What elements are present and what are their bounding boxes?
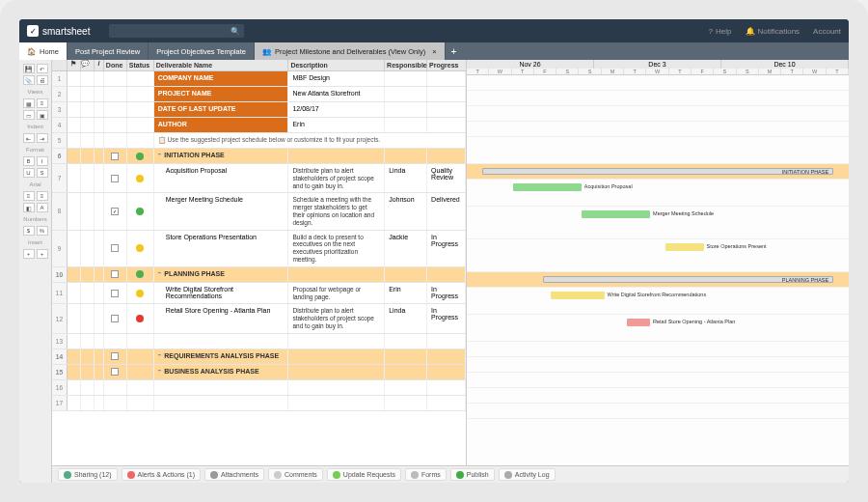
indent-icon[interactable]: ⇥ [37, 133, 48, 143]
fill-icon[interactable]: ◧ [23, 203, 35, 212]
strike-icon[interactable]: S [37, 168, 48, 178]
card-view-icon[interactable]: ▭ [23, 110, 35, 120]
undo-icon[interactable]: ↶ [37, 64, 48, 73]
gantt-bar[interactable]: Merger Meeting Schedule [582, 210, 650, 218]
notifications-link[interactable]: 🔔Notifications [746, 27, 800, 36]
grid-view-icon[interactable]: ▦ [23, 98, 35, 108]
phase-row[interactable]: 10 −PLANNING PHASE [52, 267, 466, 283]
blank-row[interactable]: 16 [52, 380, 466, 396]
sheet-grid[interactable]: ⚑ 💬 i Done Status Deliverable Name Descr… [52, 60, 467, 465]
gantt-week-label: Dec 10 [721, 60, 849, 69]
tab-home[interactable]: 🏠 Home [19, 42, 68, 60]
header-resp[interactable]: Responsible [385, 60, 427, 70]
header-name[interactable]: Deliverable Name [154, 60, 289, 70]
brand-logo[interactable]: ✓ smartsheet [27, 25, 90, 37]
done-checkbox[interactable] [111, 270, 119, 278]
insert-col-icon[interactable]: + [37, 249, 48, 259]
close-icon[interactable]: × [432, 47, 436, 56]
task-row[interactable]: 7 Acquisition Proposal Distribute plan t… [52, 164, 466, 193]
help-link[interactable]: ?Help [709, 27, 732, 36]
header-done[interactable]: Done [104, 60, 127, 70]
gantt-bar[interactable]: Retail Store Opening - Atlanta Plan [627, 319, 650, 326]
done-checkbox[interactable] [111, 175, 119, 182]
meta-row[interactable]: 2 PROJECT NAME New Atlanta Storefront [52, 87, 466, 102]
header-prog[interactable]: Progress [427, 60, 466, 70]
blank-row[interactable]: 13 [52, 334, 466, 349]
task-row[interactable]: 12 Retail Store Opening - Atlanta Plan D… [52, 304, 466, 333]
header-info-icon[interactable]: i [95, 60, 104, 70]
italic-icon[interactable]: I [37, 156, 48, 166]
phase-row[interactable]: 14 −REQUIREMENTS ANALYSIS PHASE [52, 349, 466, 365]
collapse-icon[interactable]: − [158, 152, 162, 157]
header-comment-icon[interactable]: 💬 [81, 60, 95, 70]
row-number: 10 [52, 267, 68, 282]
task-row[interactable]: 8 ✓ Merger Meeting Schedule Schedule a m… [52, 193, 466, 230]
percent-icon[interactable]: % [37, 226, 48, 236]
done-checkbox[interactable] [111, 368, 119, 376]
gantt-row: Merger Meeting Schedule [467, 207, 849, 239]
attach-icon[interactable]: 📎 [23, 75, 35, 85]
task-row[interactable]: 11 Write Digital Storefront Recommendati… [52, 283, 466, 305]
row-number: 2 [52, 87, 68, 101]
forms-button[interactable]: Forms [405, 468, 447, 481]
gantt-row [467, 404, 849, 419]
publish-button[interactable]: Publish [450, 468, 495, 481]
task-progress: Quality Review [427, 164, 466, 192]
note-row[interactable]: 5 📋 Use the suggested project schedule b… [52, 133, 466, 149]
collapse-icon[interactable]: − [158, 352, 162, 358]
account-link[interactable]: Account [813, 27, 841, 36]
attachments-button[interactable]: Attachments [204, 468, 264, 481]
done-checkbox[interactable] [111, 352, 119, 360]
header-flag-icon[interactable]: ⚑ [68, 60, 81, 70]
gantt-bar[interactable]: Acquisition Proposal [513, 183, 582, 191]
align-left-icon[interactable]: ≡ [23, 191, 35, 201]
meta-row[interactable]: 4 AUTHOR Erin [52, 118, 466, 133]
save-icon[interactable]: 💾 [23, 64, 35, 73]
activity-log-button[interactable]: Activity Log [499, 468, 556, 481]
underline-icon[interactable]: U [23, 168, 35, 178]
color-icon[interactable]: A [37, 203, 48, 212]
align-center-icon[interactable]: ≡ [37, 191, 48, 201]
tab-add-button[interactable]: + [446, 42, 463, 60]
collapse-icon[interactable]: − [158, 270, 162, 276]
gantt-bar[interactable]: Write Digital Storefront Recommendations [551, 292, 604, 299]
tab-project-objectives[interactable]: Project Objectives Template [149, 42, 255, 60]
search-input[interactable]: 🔍 [109, 24, 244, 38]
tab-milestone-deliverables[interactable]: 👥 Project Milestone and Deliverables (Vi… [255, 42, 446, 60]
meta-row[interactable]: 1 COMPANY NAME MBF Design [52, 71, 466, 87]
insert-row-icon[interactable]: + [23, 249, 35, 259]
done-checkbox[interactable] [111, 153, 119, 160]
comments-button[interactable]: Comments [268, 468, 323, 481]
print-icon[interactable]: 🖨 [37, 75, 48, 85]
outdent-icon[interactable]: ⇤ [23, 133, 35, 143]
bold-icon[interactable]: B [23, 156, 35, 166]
done-checkbox[interactable] [111, 244, 119, 252]
done-checkbox[interactable]: ✓ [111, 208, 119, 215]
header-status[interactable]: Status [127, 60, 154, 70]
alerts-button[interactable]: Alerts & Actions (1) [122, 468, 202, 481]
done-checkbox[interactable] [111, 315, 119, 322]
phase-row[interactable]: 6 −INITIATION PHASE [52, 149, 466, 164]
blank-row[interactable]: 17 [52, 396, 466, 411]
gantt-bar[interactable]: Store Operations Present [665, 243, 704, 251]
task-responsible: Linda [385, 304, 427, 332]
gantt-view-icon[interactable]: ≡ [37, 98, 48, 108]
gantt-day-label: T [781, 69, 803, 74]
task-row[interactable]: 9 Store Operations Presentation Build a … [52, 231, 466, 267]
gantt-day-label: S [737, 69, 759, 74]
gantt-bar-phase[interactable]: INITIATION PHASE [482, 168, 833, 175]
phase-row[interactable]: 15 −BUSINESS ANALYSIS PHASE [52, 365, 466, 380]
collapse-icon[interactable]: − [158, 368, 162, 374]
tab-post-project-review[interactable]: Post Project Review [68, 42, 149, 60]
sharing-button[interactable]: Sharing (12) [58, 468, 118, 481]
cal-view-icon[interactable]: ▣ [37, 110, 48, 120]
header-desc[interactable]: Description [288, 60, 385, 70]
gantt-chart[interactable]: Nov 26Dec 3Dec 10 TWTFSSMTWTFSSMTWT INIT… [467, 60, 849, 465]
gantt-bar-phase[interactable]: PLANNING PHASE [543, 276, 833, 283]
done-checkbox[interactable] [111, 290, 119, 297]
update-requests-button[interactable]: Update Requests [327, 468, 401, 481]
note-text: 📋 Use the suggested project schedule bel… [154, 133, 466, 148]
currency-icon[interactable]: $ [23, 226, 35, 236]
row-number: 9 [52, 231, 68, 266]
meta-row[interactable]: 3 DATE OF LAST UPDATE 12/08/17 [52, 102, 466, 118]
